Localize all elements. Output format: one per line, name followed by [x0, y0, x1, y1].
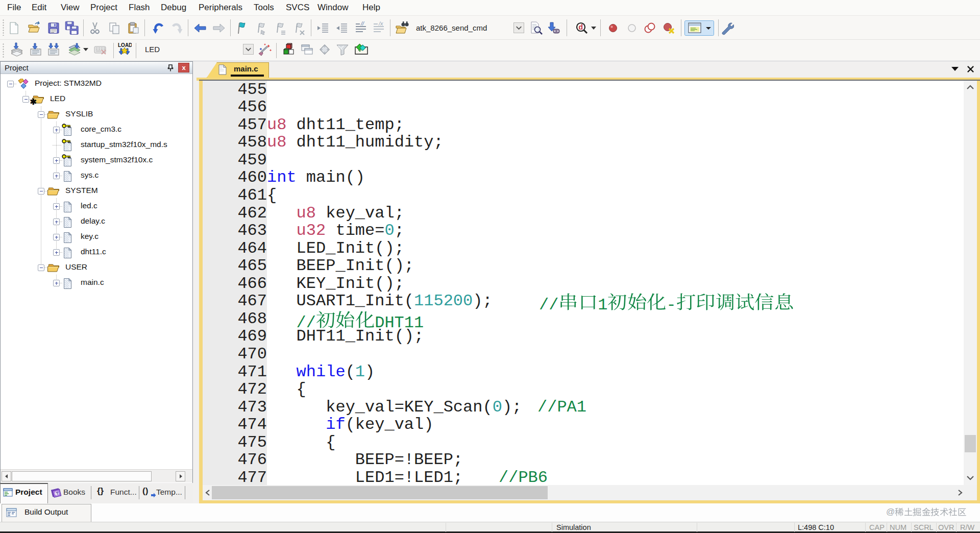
svg-text:✱: ✱: [30, 98, 37, 106]
svg-text://: //: [360, 21, 364, 27]
svg-text:d: d: [579, 23, 583, 31]
svg-text:/x: /x: [378, 21, 383, 27]
svg-text:LOAD: LOAD: [118, 42, 132, 48]
